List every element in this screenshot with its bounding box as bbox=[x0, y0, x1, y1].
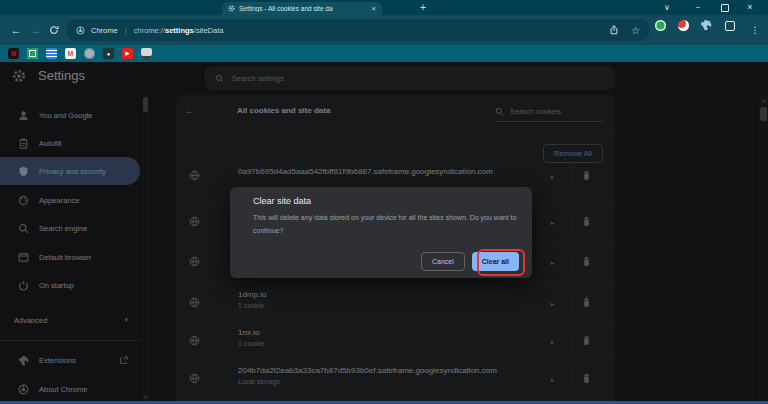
bookmark-notes-icon[interactable] bbox=[46, 48, 57, 59]
bookmark-star-icon[interactable]: ☆ bbox=[631, 25, 640, 36]
browser-tab[interactable]: Settings - All cookies and site da × bbox=[222, 2, 382, 15]
tab-close-icon[interactable]: × bbox=[371, 5, 376, 13]
cancel-button[interactable]: Cancel bbox=[421, 252, 465, 271]
url-separator: | bbox=[125, 26, 127, 35]
share-icon[interactable] bbox=[609, 25, 619, 35]
bookmark-globe-icon[interactable] bbox=[84, 48, 95, 59]
dialog-body-text: This will delete any data stored on your… bbox=[253, 211, 525, 237]
bookmark-youtube-icon[interactable]: ▶ bbox=[122, 48, 133, 59]
extension-red-icon[interactable] bbox=[678, 20, 689, 31]
window-menu-chevron-icon[interactable]: ∨ bbox=[660, 0, 674, 15]
window-close-button[interactable]: × bbox=[743, 0, 757, 15]
new-tab-button[interactable]: + bbox=[416, 0, 430, 15]
bookmark-gmail-icon[interactable]: M bbox=[65, 48, 76, 59]
chrome-logo-icon bbox=[76, 26, 85, 35]
bookmarks-bar: N M ● ▶ bbox=[0, 45, 768, 62]
dialog-title: Clear site data bbox=[253, 196, 311, 206]
window-minimize-button[interactable]: − bbox=[691, 0, 705, 15]
bookmark-google-sheets-icon[interactable] bbox=[27, 48, 38, 59]
tab-favicon-gear-icon bbox=[228, 5, 235, 12]
tab-title: Settings - All cookies and site da bbox=[239, 5, 367, 12]
reload-button[interactable] bbox=[49, 25, 59, 35]
bookmark-netflix-icon[interactable]: N bbox=[8, 48, 19, 59]
extensions-puzzle-icon[interactable] bbox=[700, 19, 712, 31]
back-button[interactable]: ← bbox=[8, 15, 24, 45]
window-maximize-button[interactable] bbox=[721, 4, 729, 12]
title-bar bbox=[0, 0, 768, 15]
bookmark-remote-desktop-icon[interactable] bbox=[141, 48, 152, 59]
click-target-annotation bbox=[477, 249, 525, 276]
engine-label: Chrome bbox=[91, 26, 118, 35]
forward-button[interactable]: → bbox=[28, 15, 44, 45]
bookmark-profile-icon[interactable]: ● bbox=[103, 48, 114, 59]
extension-green-icon[interactable] bbox=[655, 20, 666, 31]
url-text: chrome://settings/siteData bbox=[134, 26, 224, 35]
browser-menu-icon[interactable]: ⋮ bbox=[748, 15, 762, 45]
side-panel-icon[interactable] bbox=[725, 21, 735, 31]
address-bar[interactable]: Chrome | chrome://settings/siteData ☆ bbox=[66, 19, 650, 41]
